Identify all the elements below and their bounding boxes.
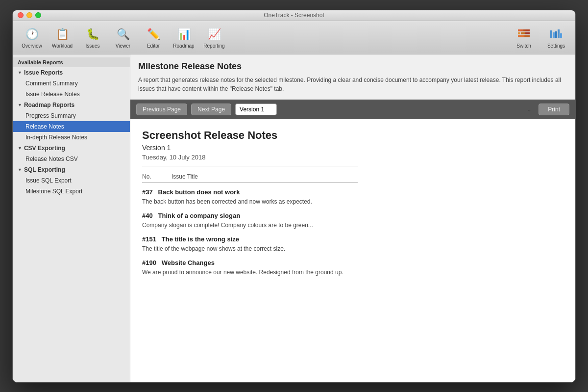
csv-exporting-label: CSV Exporting <box>24 145 65 152</box>
arrow-icon-2: ▼ <box>18 103 22 107</box>
toolbar-issues[interactable]: 🐛 Issues <box>78 24 107 51</box>
sidebar-item-progress-summary[interactable]: Progress Summary <box>13 110 130 121</box>
svg-rect-0 <box>518 29 522 31</box>
issue-number-1: #40 <box>142 212 153 219</box>
sidebar-group-issue-reports[interactable]: ▼ Issue Reports <box>13 67 130 78</box>
overview-label: Overview <box>22 43 42 49</box>
sidebar-section-header: Available Reports <box>13 57 130 67</box>
report-issue-title-2: #151 The title is the wrong size <box>142 235 564 243</box>
issue-title-0: Back button does not work <box>158 188 240 196</box>
report-version: Version 1 <box>142 144 564 152</box>
report-issue-3: #190 Website Changes We are proud to ann… <box>142 259 564 277</box>
issue-reports-label: Issue Reports <box>24 69 63 76</box>
toolbar-viewer[interactable]: 🔍 Viewer <box>109 24 137 51</box>
toolbar: 🕐 Overview 📋 Workload 🐛 Issues 🔍 Viewer … <box>13 21 575 54</box>
report-toolbar: Previous Page Next Page Version 1 Print <box>130 100 575 119</box>
titlebar: OneTrack - Screenshot <box>13 10 575 21</box>
issue-number-3: #190 <box>142 259 156 266</box>
issues-label: Issues <box>86 43 100 49</box>
report-divider <box>142 166 358 166</box>
report-body[interactable]: Screenshot Release Notes Version 1 Tuesd… <box>130 119 575 382</box>
report-issue-1: #40 Think of a company slogan Company sl… <box>142 212 564 230</box>
report-issue-desc-0: The back button has been corrected and n… <box>142 197 564 206</box>
sidebar-item-issue-release-notes[interactable]: Issue Release Notes <box>13 89 130 100</box>
sidebar-group-roadmap-reports[interactable]: ▼ Roadmap Reports <box>13 100 130 110</box>
svg-rect-7 <box>524 35 530 37</box>
svg-rect-6 <box>518 35 524 37</box>
toolbar-reporting[interactable]: 📈 Reporting <box>200 24 228 51</box>
col-no-header: No. <box>142 173 162 180</box>
switch-label: Switch <box>516 43 531 49</box>
toolbar-roadmap[interactable]: 📊 Roadmap <box>170 24 198 51</box>
sql-exporting-label: SQL Exporting <box>24 166 65 173</box>
content-pane: Milestone Release Notes A report that ge… <box>130 54 575 382</box>
version-select-wrapper: Version 1 <box>235 104 535 115</box>
next-page-button[interactable]: Next Page <box>191 104 231 115</box>
report-issue-desc-3: We are proud to announce our new website… <box>142 268 564 277</box>
report-issue-title-0: #37 Back button does not work <box>142 188 564 196</box>
sidebar-item-release-notes-csv[interactable]: Release Notes CSV <box>13 154 130 164</box>
close-button[interactable] <box>18 12 24 18</box>
sidebar-item-indepth-release-notes[interactable]: In-depth Release Notes <box>13 132 130 143</box>
toolbar-workload[interactable]: 📋 Workload <box>48 24 76 51</box>
issue-title-3: Website Changes <box>162 259 215 266</box>
report-header: Milestone Release Notes A report that ge… <box>130 54 575 100</box>
app-window: OneTrack - Screenshot 🕐 Overview 📋 Workl… <box>12 10 576 383</box>
workload-label: Workload <box>52 43 73 49</box>
roadmap-label: Roadmap <box>173 43 194 49</box>
issue-number-2: #151 <box>142 235 156 243</box>
report-issue-desc-1: Company slogan is complete! Company colo… <box>142 221 564 230</box>
sidebar-group-csv-exporting[interactable]: ▼ CSV Exporting <box>13 143 130 154</box>
issue-title-1: Think of a company slogan <box>158 212 241 219</box>
svg-rect-12 <box>560 33 562 38</box>
sidebar-item-comment-summary[interactable]: Comment Summary <box>13 78 130 89</box>
svg-rect-11 <box>558 29 560 38</box>
report-issue-2: #151 The title is the wrong size The tit… <box>142 235 564 253</box>
svg-rect-8 <box>550 30 552 38</box>
switch-icon <box>516 26 532 42</box>
editor-label: Editor <box>147 43 160 49</box>
minimize-button[interactable] <box>26 12 32 18</box>
main-area: Available Reports ▼ Issue Reports Commen… <box>13 54 575 382</box>
svg-rect-3 <box>518 32 520 34</box>
maximize-button[interactable] <box>35 12 41 18</box>
issue-title-2: The title is the wrong size <box>162 235 239 243</box>
issue-number-0: #37 <box>142 188 153 196</box>
sidebar-item-issue-sql-export[interactable]: Issue SQL Export <box>13 175 130 186</box>
print-button[interactable]: Print <box>539 104 569 115</box>
toolbar-right: Switch Settings <box>510 24 570 51</box>
workload-icon: 📋 <box>54 26 70 42</box>
toolbar-settings[interactable]: Settings <box>542 24 570 51</box>
svg-rect-9 <box>553 32 555 38</box>
report-issue-0: #37 Back button does not work The back b… <box>142 188 564 206</box>
report-header-description: A report that generates release notes fo… <box>138 76 567 93</box>
svg-rect-2 <box>525 29 530 31</box>
sidebar: Available Reports ▼ Issue Reports Commen… <box>13 54 130 382</box>
svg-rect-1 <box>522 29 525 31</box>
toolbar-switch[interactable]: Switch <box>510 24 538 51</box>
arrow-icon-4: ▼ <box>18 167 22 172</box>
report-header-title: Milestone Release Notes <box>138 61 567 72</box>
report-issue-title-1: #40 Think of a company slogan <box>142 212 564 219</box>
settings-icon <box>548 26 564 42</box>
sidebar-item-milestone-sql-export[interactable]: Milestone SQL Export <box>13 186 130 197</box>
sidebar-item-release-notes[interactable]: Release Notes <box>13 121 130 132</box>
svg-rect-10 <box>555 31 557 38</box>
report-date: Tuesday, 10 July 2018 <box>142 154 564 161</box>
svg-rect-5 <box>525 32 530 34</box>
col-issue-title-header: Issue Title <box>172 173 198 180</box>
toolbar-editor[interactable]: ✏️ Editor <box>139 24 168 51</box>
arrow-icon-3: ▼ <box>18 146 22 151</box>
toolbar-left: 🕐 Overview 📋 Workload 🐛 Issues 🔍 Viewer … <box>18 24 508 51</box>
reporting-label: Reporting <box>203 43 224 49</box>
sidebar-group-sql-exporting[interactable]: ▼ SQL Exporting <box>13 164 130 175</box>
arrow-icon: ▼ <box>18 70 22 75</box>
toolbar-overview[interactable]: 🕐 Overview <box>18 24 46 51</box>
report-main-title: Screenshot Release Notes <box>142 129 564 142</box>
version-select[interactable]: Version 1 <box>235 104 277 115</box>
editor-icon: ✏️ <box>146 26 161 42</box>
svg-rect-4 <box>521 32 525 34</box>
prev-page-button[interactable]: Previous Page <box>136 104 187 115</box>
viewer-icon: 🔍 <box>115 26 131 42</box>
overview-icon: 🕐 <box>24 26 40 42</box>
